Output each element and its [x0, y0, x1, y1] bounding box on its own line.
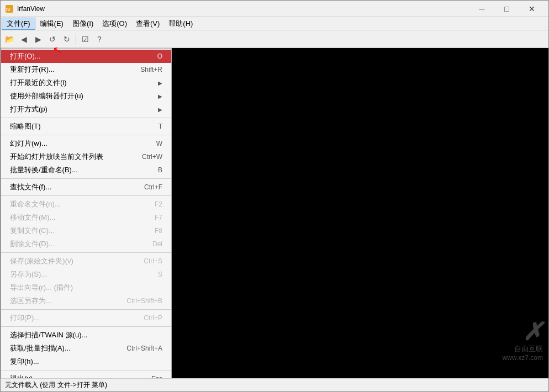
content-area: ✗ 自由互联 www.xz7.com 打开(O)...O重新打开(R)...Sh… [1, 48, 548, 378]
dropdown-item-right: S [158, 271, 162, 278]
checkbox-icon[interactable]: ☑ [78, 33, 92, 46]
dropdown-separator [1, 178, 171, 179]
dropdown-item-right: Ctrl+Shift+A [126, 345, 162, 352]
shortcut-label: S [158, 271, 162, 278]
dropdown-item[interactable]: 退出(x)Esc [1, 372, 171, 378]
dropdown-item[interactable]: 复印(h)... [1, 355, 171, 368]
dropdown-item-label: 选择扫描/TWAIN 源(u)... [10, 330, 87, 340]
dropdown-item-label: 导出向导(r)... (插件) [10, 283, 73, 293]
dropdown-item-right: F2 [155, 200, 162, 208]
watermark: ✗ 自由互联 www.xz7.com [503, 320, 543, 362]
dropdown-item-label: 批量转换/重命名(B)... [10, 165, 78, 175]
dropdown-item: 复制文件(C)...F8 [1, 224, 171, 237]
dropdown-item-label: 打印(P)... [10, 313, 40, 323]
dropdown-item[interactable]: 开始幻灯片放映当前文件列表Ctrl+W [1, 150, 171, 163]
dropdown-item-label: 打开方式(p) [10, 104, 47, 114]
shortcut-label: O [157, 52, 162, 60]
dropdown-item-label: 缩略图(T) [10, 121, 41, 131]
dropdown-item-right: F8 [155, 227, 162, 235]
shortcut-label: Ctrl+W [142, 153, 162, 161]
dropdown-item-right: Ctrl+F [144, 183, 162, 191]
dropdown-item: 导出向导(r)... (插件) [1, 281, 171, 294]
dropdown-item-right: Del [152, 240, 162, 248]
maximize-button[interactable]: □ [494, 1, 519, 17]
menu-item-0[interactable]: 文件(F) [2, 18, 35, 30]
dropdown-item: 重命名文件(n)...F2 [1, 198, 171, 211]
toolbar: 📂◀▶↺↻☑? [1, 30, 548, 48]
dropdown-item: 选区另存为...Ctrl+Shift+B [1, 294, 171, 308]
dropdown-item[interactable]: 打开方式(p)▶ [1, 103, 171, 116]
shortcut-label: B [158, 166, 162, 174]
dropdown-item-right: ▶ [158, 80, 162, 86]
dropdown-item[interactable]: 缩略图(T)T [1, 120, 171, 133]
dropdown-separator [1, 309, 171, 310]
open-file-icon[interactable]: 📂 [3, 33, 16, 46]
menu-item-3[interactable]: 选项(O) [98, 18, 131, 30]
dropdown-item-right: F7 [155, 214, 162, 221]
watermark-x: ✗ [503, 320, 543, 344]
dropdown-item-right: W [156, 140, 162, 147]
dropdown-item: 移动文件(M)...F7 [1, 211, 171, 224]
window-controls: ─□✕ [469, 1, 544, 17]
dropdown-item-label: 幻灯片(w)... [10, 139, 47, 149]
prev-icon[interactable]: ◀ [17, 33, 30, 46]
dropdown-separator [1, 195, 171, 196]
dropdown-item: 另存为(S)...S [1, 268, 171, 281]
dropdown-item-label: 保存(原始文件夹)(v) [10, 256, 73, 266]
shortcut-label: Ctrl+S [144, 257, 162, 265]
dropdown-item-label: 选区另存为... [10, 296, 52, 306]
dropdown-item-label: 获取/批量扫描(A)... [10, 343, 71, 353]
dropdown-separator [1, 252, 171, 253]
dropdown-item: 保存(原始文件夹)(v)Ctrl+S [1, 255, 171, 268]
dropdown-item-label: 查找文件(f)... [10, 182, 51, 192]
dropdown-overlay: 打开(O)...O重新打开(R)...Shift+R打开最近的文件(i)▶使用外… [1, 48, 172, 378]
dropdown-item[interactable]: 打开最近的文件(i)▶ [1, 76, 171, 89]
shortcut-label: Esc [151, 375, 162, 378]
shortcut-label: Del [152, 240, 162, 248]
dropdown-item-label: 打开最近的文件(i) [10, 78, 67, 88]
submenu-arrow-icon: ▶ [158, 80, 162, 86]
menu-item-5[interactable]: 帮助(H) [164, 18, 197, 30]
shortcut-label: Ctrl+P [144, 314, 162, 322]
minimize-button[interactable]: ─ [469, 1, 494, 17]
status-bar: 无文件载入 (使用 文件->打开 菜单) [1, 378, 548, 391]
dropdown-item-label: 退出(x) [10, 374, 33, 378]
next-icon[interactable]: ▶ [31, 33, 45, 46]
dropdown-item: 打印(P)...Ctrl+P [1, 311, 171, 325]
dropdown-item[interactable]: 获取/批量扫描(A)...Ctrl+Shift+A [1, 342, 171, 355]
shortcut-label: F2 [155, 200, 162, 208]
dropdown-item[interactable]: 选择扫描/TWAIN 源(u)... [1, 329, 171, 342]
dropdown-item-label: 使用外部编辑器打开(u) [10, 91, 83, 101]
dropdown-item-label: 重新打开(R)... [10, 65, 55, 75]
rotate-right-icon[interactable]: ↻ [60, 33, 73, 46]
menu-bar: 文件(F)编辑(E)图像(I)选项(O)查看(V)帮助(H) [1, 17, 548, 30]
dropdown-item[interactable]: 查找文件(f)...Ctrl+F [1, 181, 171, 194]
dropdown-item[interactable]: 批量转换/重命名(B)...B [1, 163, 171, 177]
dropdown-item-label: 重命名文件(n)... [10, 199, 61, 209]
close-button[interactable]: ✕ [519, 1, 544, 17]
dropdown-item-right: B [158, 166, 162, 174]
dropdown-item[interactable]: 打开(O)...O [1, 50, 171, 63]
help-icon[interactable]: ? [93, 33, 106, 46]
menu-item-2[interactable]: 图像(I) [68, 18, 98, 30]
menu-item-1[interactable]: 编辑(E) [35, 18, 68, 30]
dropdown-item[interactable]: 幻灯片(w)...W [1, 137, 171, 150]
dropdown-item-right: T [159, 123, 162, 130]
shortcut-label: W [156, 140, 162, 147]
dropdown-item-right: Ctrl+W [142, 153, 162, 161]
dropdown-item-right: Ctrl+Shift+B [126, 297, 162, 305]
menu-item-4[interactable]: 查看(V) [131, 18, 164, 30]
shortcut-label: Ctrl+Shift+A [126, 345, 162, 352]
dropdown-separator [1, 326, 171, 327]
dropdown-item[interactable]: 使用外部编辑器打开(u)▶ [1, 89, 171, 103]
dropdown-item-label: 另存为(S)... [10, 269, 47, 279]
shortcut-label: Shift+R [140, 66, 162, 73]
status-text: 无文件载入 (使用 文件->打开 菜单) [5, 380, 107, 390]
dropdown-item-label: 打开(O)... [10, 51, 41, 61]
toolbar-sep [76, 34, 76, 45]
dropdown-item: 删除文件(D)...Del [1, 237, 171, 251]
rotate-left-icon[interactable]: ↺ [46, 33, 59, 46]
app-window: IVIrfanView─□✕文件(F)编辑(E)图像(I)选项(O)查看(V)帮… [0, 0, 549, 392]
dropdown-item-right: Esc [151, 375, 162, 378]
dropdown-item[interactable]: 重新打开(R)...Shift+R [1, 63, 171, 76]
